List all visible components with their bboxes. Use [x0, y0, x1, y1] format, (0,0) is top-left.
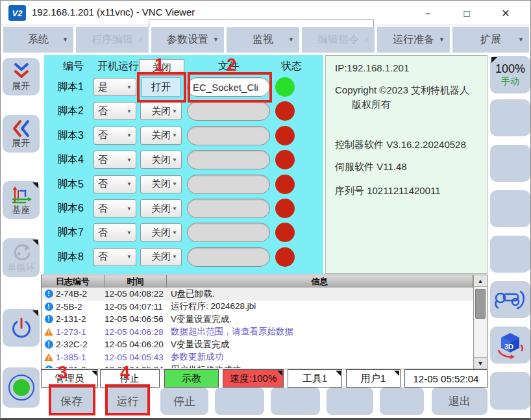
menu-item-label: 程序编辑: [92, 33, 133, 47]
exit-button[interactable]: 退出: [432, 388, 488, 415]
action-dropdown[interactable]: 关闭▼: [140, 199, 182, 217]
scroll-up-icon[interactable]: ▲: [474, 275, 487, 287]
script-file-field[interactable]: [187, 247, 270, 267]
boot-run-dropdown[interactable]: 否▼: [93, 175, 136, 193]
log-row[interactable]: !1-385-112-05 04:05:43参数更新成功: [42, 351, 473, 364]
action-dropdown[interactable]: 关闭▼: [140, 127, 182, 145]
corner-mark-icon: [277, 371, 282, 376]
empty-button: [490, 99, 530, 136]
expand-left-label: 展开: [12, 138, 31, 148]
log-row[interactable]: !1-273-112-05 04:06:28数据超出范围，请查看原始数据: [42, 326, 473, 339]
menu-item-label: 参数设置: [167, 33, 208, 47]
expand-left-button[interactable]: 展开: [3, 115, 40, 153]
script-row: 脚本2否▼关闭▼: [44, 101, 323, 121]
boot-run-dropdown[interactable]: 否▼: [93, 223, 136, 241]
log-col-id: 日志编号: [42, 275, 105, 288]
chevron-down-icon: ▼: [518, 36, 524, 43]
menu-item-1[interactable]: 系统▼: [3, 27, 73, 53]
boot-run-dropdown[interactable]: 否▼: [93, 102, 136, 120]
drag-teach-button[interactable]: [490, 281, 530, 318]
action-dropdown[interactable]: 关闭▼: [140, 248, 182, 266]
chevron-down-icon: ▼: [288, 36, 294, 43]
script-file-field[interactable]: [187, 199, 270, 218]
menu-item-3[interactable]: 参数设置▼: [151, 27, 224, 53]
log-row[interactable]: !2-131-212-05 04:05:34用户坐标修改成功: [42, 364, 473, 368]
minimize-button[interactable]: −: [417, 3, 438, 23]
corner-mark-icon: [32, 310, 38, 316]
status-speed[interactable]: 速度:100%: [223, 369, 284, 388]
script-file-field[interactable]: [187, 126, 270, 145]
log-row[interactable]: !2-74B-212-05 04:08:22U盘已卸载.: [42, 288, 473, 301]
script-file-field[interactable]: [187, 175, 270, 194]
menu-item-4[interactable]: 监视▼: [227, 27, 299, 53]
col-header-boot-run: 开机运行: [92, 58, 144, 74]
script-name-label: 脚本4: [57, 150, 93, 169]
log-id: 1-273-1: [56, 327, 105, 337]
scroll-thumb[interactable]: [475, 289, 486, 319]
servo-on-indicator: [13, 379, 30, 396]
log-row[interactable]: !2-5B-212-05 04:07:11运行程序: 2024628.jbi: [42, 301, 473, 314]
chevron-down-icon: ▼: [172, 132, 177, 138]
boot-run-dropdown[interactable]: 是▼: [93, 78, 136, 96]
corner-mark-icon: [32, 240, 38, 245]
log-message: 运行程序: 2024628.jbi: [167, 301, 473, 312]
action-dropdown[interactable]: 关闭▼: [140, 151, 182, 169]
empty-button: [490, 190, 530, 227]
power-button[interactable]: [3, 309, 40, 347]
system-info-panel: IP:192.168.1.201 Copyright ©2023 艾利特机器人 …: [325, 55, 488, 274]
script-name-label: 脚本5: [57, 175, 93, 194]
status-user[interactable]: 用户1: [346, 369, 401, 388]
action-dropdown[interactable]: 关闭▼: [140, 175, 182, 193]
menu-item-label: 编辑指令: [317, 33, 359, 47]
boot-run-dropdown[interactable]: 否▼: [93, 151, 136, 169]
expand-down-button[interactable]: 展开: [3, 58, 40, 95]
status-mode-label: 示教: [182, 373, 201, 385]
boot-run-dropdown[interactable]: 否▼: [93, 248, 136, 266]
chevron-down-icon: ▼: [172, 206, 177, 212]
script-file-field[interactable]: [187, 223, 270, 242]
chevron-down-icon: ▼: [138, 36, 143, 43]
annotation-number-4: 4: [120, 364, 130, 382]
log-row[interactable]: !2-131-212-05 04:06:56V变量设置完成.: [42, 313, 473, 326]
menu-item-7[interactable]: 扩展▼: [452, 27, 529, 53]
cycle-icon: [11, 243, 32, 262]
script-name-label: 脚本2: [57, 101, 93, 121]
boot-run-value: 是: [98, 81, 108, 93]
menu-item-6[interactable]: 运行准备▼: [377, 27, 450, 53]
maximize-button[interactable]: □: [456, 3, 477, 23]
view-3d-button[interactable]: 3D: [490, 327, 530, 364]
stop-button[interactable]: 停止: [160, 388, 208, 415]
log-time: 12-05 04:07:11: [105, 302, 167, 312]
log-row[interactable]: !2-32C-212-05 04:06:20V变量设置完成: [42, 338, 473, 351]
status-tool[interactable]: 工具1: [288, 369, 342, 388]
chevron-down-icon: ▼: [172, 181, 177, 187]
action-dropdown[interactable]: 关闭▼: [140, 102, 182, 120]
servo-status-button[interactable]: [3, 367, 40, 408]
log-id: 2-131-2: [56, 314, 105, 324]
boot-run-value: 否: [98, 154, 108, 166]
speed-mode-button[interactable]: 100% 手动: [490, 56, 530, 93]
script-name-label: 脚本7: [57, 223, 93, 242]
script-file-field[interactable]: [187, 150, 270, 169]
close-button[interactable]: ✕: [495, 3, 516, 23]
log-icon-wrap: !: [42, 353, 56, 361]
scroll-down-icon[interactable]: ▼: [474, 357, 487, 369]
boot-run-dropdown[interactable]: 否▼: [93, 127, 136, 145]
menu-item-label: 监视: [253, 33, 273, 47]
script-file-field[interactable]: [187, 101, 270, 121]
status-led-red: [275, 223, 295, 242]
boot-run-dropdown[interactable]: 否▼: [93, 199, 136, 217]
chevron-down-icon: ▼: [127, 254, 132, 260]
log-time: 12-05 04:08:22: [105, 289, 167, 299]
script-row: 脚本6否▼关闭▼: [44, 199, 323, 218]
log-scrollbar[interactable]: ▲ ▼: [473, 275, 487, 369]
status-led-red: [275, 247, 295, 267]
boot-run-value: 否: [98, 178, 108, 190]
empty-button: [380, 388, 424, 415]
action-dropdown[interactable]: 关闭▼: [140, 223, 182, 241]
corner-mark-icon: [394, 371, 399, 376]
status-led-red: [275, 150, 295, 169]
base-frame-button[interactable]: 基座: [3, 181, 40, 219]
status-teach-mode[interactable]: 示教: [164, 369, 219, 388]
action-value: 关闭: [151, 203, 171, 215]
